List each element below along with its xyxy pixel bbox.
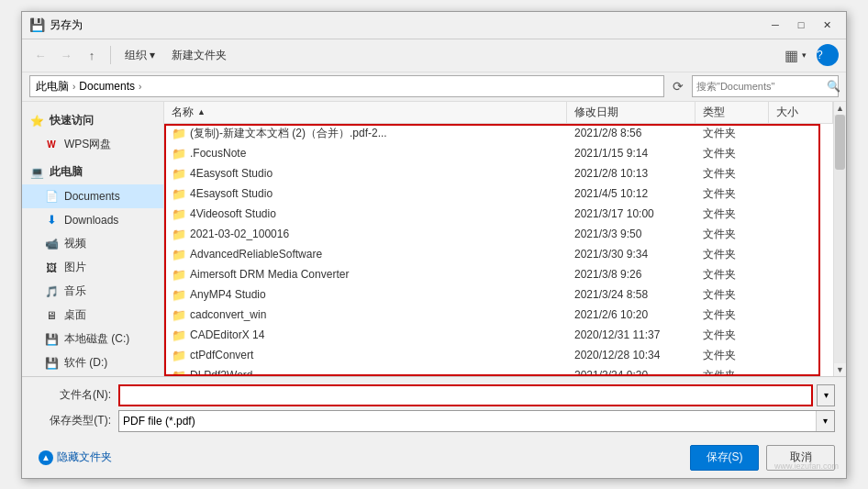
table-row[interactable]: 📁 .FocusNote 2021/1/15 9:14 文件夹 <box>164 144 833 164</box>
table-row[interactable]: 📁 AnyMP4 Studio 2021/3/24 8:58 文件夹 <box>164 285 833 306</box>
scroll-track[interactable] <box>834 115 846 363</box>
watermark: www.iezufan.com <box>774 461 839 471</box>
documents-icon: 📄 <box>44 189 59 204</box>
col-header-size[interactable]: 大小 <box>769 102 833 123</box>
save-button[interactable]: 保存(S) <box>690 445 759 471</box>
file-type-cell: 文件夹 <box>696 368 769 376</box>
drive-d-icon: 💾 <box>44 356 59 371</box>
file-type-cell: 文件夹 <box>696 307 769 323</box>
file-list[interactable]: 📁 (复制)-新建文本文档 (2)（合并）.pdf-2... 2021/2/8 … <box>164 124 833 376</box>
file-type-cell: 文件夹 <box>696 267 769 283</box>
table-row[interactable]: 📁 4Videosoft Studio 2021/3/17 10:00 文件夹 <box>164 205 833 225</box>
file-name-cell: 📁 2021-03-02_100016 <box>164 228 567 241</box>
folder-icon: 📁 <box>172 248 186 261</box>
sidebar-item-music[interactable]: 🎵 音乐 <box>22 280 163 304</box>
content-area: ⭐ 快速访问 W WPS网盘 💻 此电脑 📄 Documents ⬇ Downl… <box>22 102 846 376</box>
table-row[interactable]: 📁 4Esaysoft Studio 2021/4/5 10:12 文件夹 <box>164 184 833 205</box>
file-date-cell: 2020/12/31 11:37 <box>567 328 696 341</box>
maximize-button[interactable]: □ <box>789 16 813 34</box>
folder-icon: 📁 <box>172 308 186 322</box>
view-button[interactable]: ▦ ▾ <box>778 44 813 66</box>
search-input[interactable] <box>696 81 823 92</box>
up-button[interactable]: ↑ <box>81 44 103 66</box>
sidebar-item-downloads[interactable]: ⬇ Downloads <box>22 208 163 232</box>
filetype-label: 保存类型(T): <box>33 413 111 428</box>
refresh-button[interactable]: ⟳ <box>668 76 688 96</box>
sidebar-item-drive-c[interactable]: 💾 本地磁盘 (C:) <box>22 328 163 351</box>
file-name-cell: 📁 ctPdfConvert <box>164 349 567 362</box>
folder-icon: 📁 <box>172 328 186 342</box>
filetype-dropdown-arrow: ▾ <box>816 411 834 431</box>
filetype-dropdown[interactable]: PDF file (*.pdf) ▾ <box>118 410 835 432</box>
col-header-date[interactable]: 修改日期 <box>567 102 696 123</box>
table-row[interactable]: 📁 DLPdf2Word 2021/3/24 9:30 文件夹 <box>164 366 833 376</box>
file-name-cell: 📁 Aimersoft DRM Media Converter <box>164 268 567 282</box>
back-button[interactable]: ← <box>29 44 51 66</box>
sidebar-item-quick-access[interactable]: ⭐ 快速访问 <box>22 109 163 133</box>
sidebar-label-wps: WPS网盘 <box>64 137 111 152</box>
sidebar-label-downloads: Downloads <box>64 214 118 227</box>
file-name-cell: 📁 cadconvert_win <box>164 308 567 322</box>
sidebar-label-pictures: 图片 <box>64 260 86 275</box>
sidebar-item-desktop[interactable]: 🖥 桌面 <box>22 304 163 328</box>
video-icon: 📹 <box>44 237 59 251</box>
sidebar-label-drive-c: 本地磁盘 (C:) <box>64 331 129 347</box>
folder-icon: 📁 <box>172 369 186 376</box>
sidebar-item-drive-d[interactable]: 💾 软件 (D:) <box>22 351 163 375</box>
file-name-cell: 📁 .FocusNote <box>164 147 567 161</box>
sidebar-item-pictures[interactable]: 🖼 图片 <box>22 256 163 280</box>
thispc-icon: 💻 <box>29 165 44 180</box>
file-name-text: DLPdf2Word <box>190 369 252 376</box>
sidebar-item-wps[interactable]: W WPS网盘 <box>22 133 163 157</box>
table-row[interactable]: 📁 cadconvert_win 2021/2/6 10:20 文件夹 <box>164 306 833 326</box>
title-controls: ─ □ ✕ <box>763 16 839 34</box>
scroll-up-button[interactable]: ▲ <box>834 102 847 115</box>
close-button[interactable]: ✕ <box>815 16 839 34</box>
address-bar: 此电脑 › Documents › ⟳ 🔍 <box>22 72 846 102</box>
sidebar-label-quick-access: 快速访问 <box>50 113 94 128</box>
filename-dropdown-button[interactable]: ▾ <box>817 384 835 406</box>
table-row[interactable]: 📁 4Easysoft Studio 2021/2/8 10:13 文件夹 <box>164 164 833 184</box>
sidebar-item-video[interactable]: 📹 视频 <box>22 232 163 256</box>
hide-files-label: 隐藏文件夹 <box>57 450 112 465</box>
table-row[interactable]: 📁 2021-03-02_100016 2021/3/3 9:50 文件夹 <box>164 225 833 245</box>
desktop-icon: 🖥 <box>44 308 59 323</box>
col-header-name[interactable]: 名称 ▲ <box>164 102 567 123</box>
new-folder-button[interactable]: 新建文件夹 <box>165 44 233 66</box>
bottom-form: 文件名(N): ▾ 保存类型(T): PDF file (*.pdf) ▾ <box>22 376 846 439</box>
file-name-text: 4Easysoft Studio <box>190 167 273 180</box>
file-type-cell: 文件夹 <box>696 247 769 262</box>
file-type-cell: 文件夹 <box>696 126 769 141</box>
sidebar-item-thispc[interactable]: 💻 此电脑 <box>22 161 163 184</box>
minimize-button[interactable]: ─ <box>763 16 787 34</box>
file-name-text: 4Videosoft Studio <box>190 207 276 220</box>
organize-button[interactable]: 组织 ▾ <box>118 44 161 66</box>
col-header-type[interactable]: 类型 <box>696 102 769 123</box>
breadcrumb[interactable]: 此电脑 › Documents › <box>29 75 664 97</box>
table-row[interactable]: 📁 Aimersoft DRM Media Converter 2021/3/8… <box>164 265 833 285</box>
table-row[interactable]: 📁 (复制)-新建文本文档 (2)（合并）.pdf-2... 2021/2/8 … <box>164 124 833 144</box>
folder-icon: 📁 <box>172 127 186 140</box>
file-name-text: (复制)-新建文本文档 (2)（合并）.pdf-2... <box>190 126 387 141</box>
view-icon: ▦ <box>785 47 798 64</box>
filename-row: 文件名(N): ▾ <box>33 384 835 406</box>
table-row[interactable]: 📁 AdvancedReliableSoftware 2021/3/30 9:3… <box>164 245 833 265</box>
hide-files-button[interactable]: ▲ 隐藏文件夹 <box>37 448 114 467</box>
forward-button[interactable]: → <box>55 44 77 66</box>
file-date-cell: 2021/3/30 9:34 <box>567 248 696 261</box>
search-icon: 🔍 <box>827 80 840 93</box>
sidebar: ⭐ 快速访问 W WPS网盘 💻 此电脑 📄 Documents ⬇ Downl… <box>22 102 164 376</box>
scroll-down-button[interactable]: ▼ <box>834 363 847 376</box>
folder-icon: 📁 <box>172 268 186 282</box>
help-button[interactable]: ? <box>817 44 839 66</box>
sidebar-item-documents[interactable]: 📄 Documents <box>22 184 163 208</box>
filename-input[interactable] <box>118 384 813 406</box>
table-row[interactable]: 📁 CADEditorX 14 2020/12/31 11:37 文件夹 <box>164 326 833 346</box>
search-box[interactable]: 🔍 <box>692 75 839 97</box>
table-row[interactable]: 📁 ctPdfConvert 2020/12/28 10:34 文件夹 <box>164 346 833 366</box>
title-bar: 💾 另存为 ─ □ ✕ <box>22 12 846 39</box>
file-name-text: 2021-03-02_100016 <box>190 228 289 240</box>
file-type-cell: 文件夹 <box>696 166 769 182</box>
music-icon: 🎵 <box>44 284 59 299</box>
drive-c-icon: 💾 <box>44 332 59 347</box>
